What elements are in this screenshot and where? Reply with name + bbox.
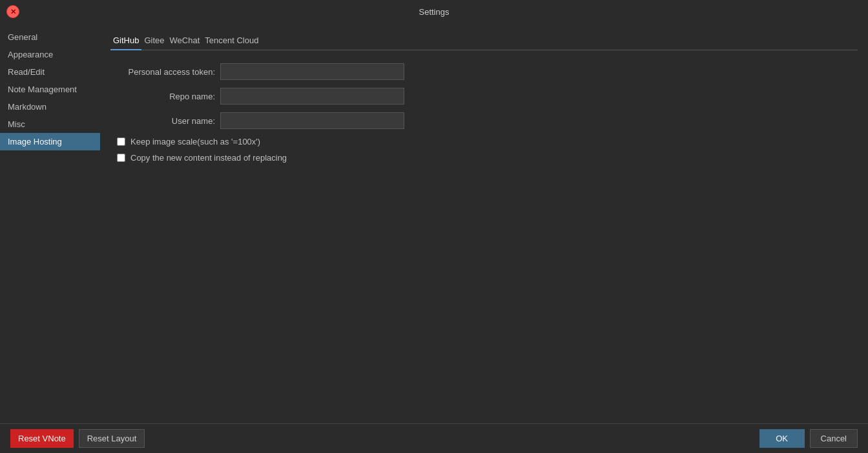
bottom-left-actions: Reset VNote Reset Layout [10,429,145,448]
personal-access-token-input[interactable] [220,63,404,80]
keep-image-scale-label: Keep image scale(such as '=100x') [130,137,260,146]
copy-new-content-label: Copy the new content instead of replacin… [130,153,287,163]
ok-button[interactable]: OK [760,429,805,448]
sidebar-item-note-management[interactable]: Note Management [0,81,100,98]
tab-wechat[interactable]: WeChat [167,32,203,50]
tab-tencent-cloud[interactable]: Tencent Cloud [202,32,261,50]
tabs-bar: GitHub Gitee WeChat Tencent Cloud [110,31,858,50]
cancel-button[interactable]: Cancel [810,429,858,448]
repo-name-input[interactable] [220,88,404,105]
bottom-right-actions: OK Cancel [760,429,858,448]
user-name-label: User name: [110,116,220,126]
sidebar-item-image-hosting[interactable]: Image Hosting [0,133,100,150]
copy-new-content-row: Copy the new content instead of replacin… [110,153,858,163]
keep-image-scale-checkbox[interactable] [117,137,125,146]
sidebar-item-read-edit[interactable]: Read/Edit [0,63,100,81]
keep-image-scale-row: Keep image scale(such as '=100x') [110,137,858,146]
user-name-input[interactable] [220,112,404,129]
personal-access-token-label: Personal access token: [110,67,220,77]
sidebar-item-general[interactable]: General [0,28,100,46]
copy-new-content-checkbox[interactable] [117,154,125,162]
title-bar: ✕ Settings [0,0,868,23]
reset-vnote-button[interactable]: Reset VNote [10,429,74,448]
reset-layout-button[interactable]: Reset Layout [79,429,145,448]
sidebar: General Appearance Read/Edit Note Manage… [0,23,100,423]
tab-gitee[interactable]: Gitee [141,32,167,50]
sidebar-item-markdown[interactable]: Markdown [0,98,100,116]
user-name-row: User name: [110,112,858,129]
sidebar-item-appearance[interactable]: Appearance [0,46,100,63]
repo-name-label: Repo name: [110,92,220,101]
personal-access-token-row: Personal access token: [110,63,858,80]
bottom-bar: Reset VNote Reset Layout OK Cancel [0,423,868,453]
sidebar-item-misc[interactable]: Misc [0,116,100,133]
dialog-title: Settings [419,7,450,17]
repo-name-row: Repo name: [110,88,858,105]
main-content: General Appearance Read/Edit Note Manage… [0,23,868,423]
content-area: GitHub Gitee WeChat Tencent Cloud Person… [100,23,868,423]
tab-github[interactable]: GitHub [110,32,141,50]
close-button[interactable]: ✕ [6,5,19,18]
